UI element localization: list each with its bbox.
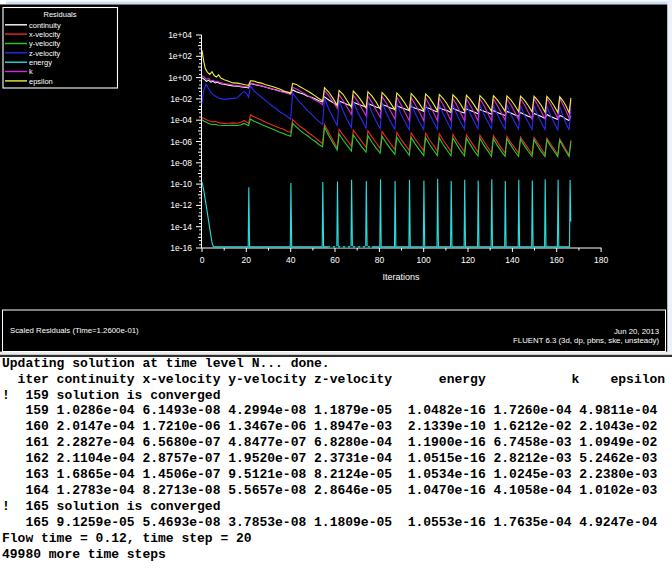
svg-text:Scaled Residuals (Time=1.2600: Scaled Residuals (Time=1.2600e-01) [10, 326, 139, 335]
svg-text:1e+00: 1e+00 [168, 73, 192, 83]
svg-text:1e-16: 1e-16 [170, 243, 192, 253]
svg-text:1e-06: 1e-06 [170, 137, 192, 147]
svg-text:1e-02: 1e-02 [170, 94, 192, 104]
svg-text:y-velocity: y-velocity [29, 39, 61, 48]
svg-text:Iterations: Iterations [382, 272, 420, 282]
svg-text:1e-04: 1e-04 [170, 115, 192, 125]
svg-text:40: 40 [286, 255, 296, 265]
svg-text:0: 0 [200, 255, 205, 265]
svg-text:160: 160 [550, 255, 564, 265]
svg-text:x-velocity: x-velocity [29, 30, 61, 39]
svg-text:1e+02: 1e+02 [168, 51, 192, 61]
svg-text:140: 140 [505, 255, 519, 265]
svg-text:1e-14: 1e-14 [170, 222, 192, 232]
svg-text:k: k [29, 67, 33, 76]
svg-text:120: 120 [461, 255, 475, 265]
svg-text:1e-10: 1e-10 [170, 179, 192, 189]
svg-text:1e-12: 1e-12 [170, 200, 192, 210]
svg-text:1e-08: 1e-08 [170, 158, 192, 168]
svg-text:FLUENT 6.3 (3d, dp, pbns, ske,: FLUENT 6.3 (3d, dp, pbns, ske, unsteady) [513, 336, 659, 345]
svg-text:energy: energy [29, 58, 52, 67]
svg-text:Jun 20, 2013: Jun 20, 2013 [614, 327, 659, 336]
svg-text:z-velocity: z-velocity [29, 49, 61, 58]
svg-text:continuity: continuity [29, 21, 61, 30]
svg-text:Residuals: Residuals [44, 10, 77, 19]
svg-text:epsilon: epsilon [29, 77, 53, 86]
svg-text:1e+04: 1e+04 [168, 30, 192, 40]
svg-text:80: 80 [375, 255, 385, 265]
svg-text:180: 180 [594, 255, 608, 265]
svg-text:20: 20 [242, 255, 252, 265]
svg-text:60: 60 [330, 255, 340, 265]
svg-text:100: 100 [417, 255, 431, 265]
